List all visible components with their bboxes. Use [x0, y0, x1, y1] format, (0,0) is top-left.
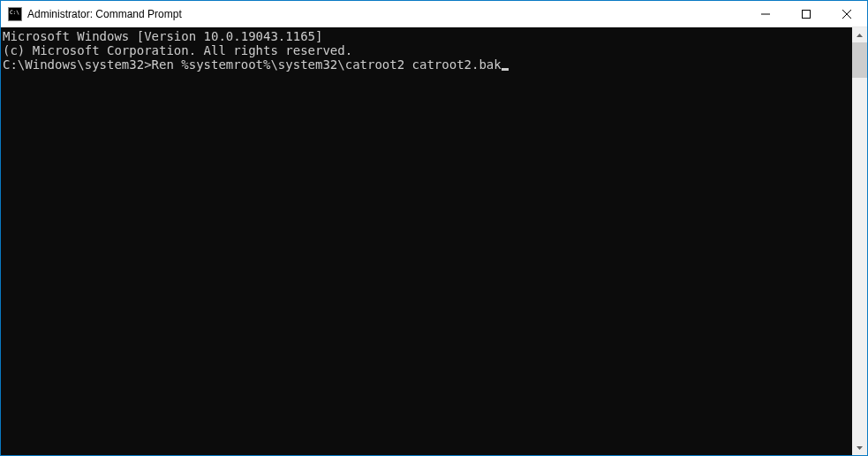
console-wrapper: Microsoft Windows [Version 10.0.19043.11… [1, 27, 867, 455]
maximize-icon [802, 10, 811, 19]
svg-rect-1 [803, 10, 811, 18]
window-controls [745, 1, 867, 27]
cmd-icon [8, 7, 22, 21]
minimize-icon [761, 10, 770, 19]
vertical-scrollbar[interactable] [852, 27, 867, 455]
console-line: (c) Microsoft Corporation. All rights re… [3, 43, 852, 57]
window-title: Administrator: Command Prompt [27, 8, 182, 20]
scroll-down-button[interactable] [852, 440, 867, 455]
console-prompt: C:\Windows\system32> [3, 57, 152, 72]
scroll-thumb[interactable] [852, 42, 867, 78]
close-icon [842, 10, 851, 19]
chevron-up-icon [857, 34, 863, 37]
maximize-button[interactable] [786, 1, 826, 27]
titlebar[interactable]: Administrator: Command Prompt [1, 1, 867, 27]
close-button[interactable] [826, 1, 867, 27]
console-line: Microsoft Windows [Version 10.0.19043.11… [3, 29, 852, 43]
console-command: Ren %systemroot%\system32\catroot2 catro… [152, 57, 502, 72]
scroll-up-button[interactable] [852, 27, 867, 42]
console-prompt-line: C:\Windows\system32>Ren %systemroot%\sys… [3, 57, 852, 72]
scroll-track[interactable] [852, 42, 867, 440]
minimize-button[interactable] [745, 1, 786, 27]
text-cursor [502, 68, 509, 71]
console-area[interactable]: Microsoft Windows [Version 10.0.19043.11… [1, 27, 852, 455]
chevron-down-icon [857, 446, 863, 450]
command-prompt-window: Administrator: Command Prompt Microsoft … [0, 0, 868, 456]
